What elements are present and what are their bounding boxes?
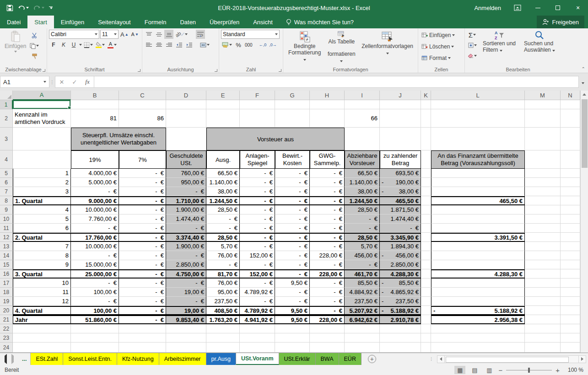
cell-E10[interactable]: - € <box>206 214 240 224</box>
cell-B24[interactable] <box>71 343 119 353</box>
cell-M16[interactable] <box>525 269 561 279</box>
cell-J5[interactable]: 693,50 € <box>380 169 421 178</box>
minimize-button[interactable] <box>528 0 548 16</box>
cell-J20[interactable]: -5.188,92 € <box>380 306 421 315</box>
cell-K20[interactable] <box>421 306 431 315</box>
zoom-level[interactable]: 100 % <box>563 367 583 373</box>
cell-E9[interactable]: 28,50 € <box>206 205 240 214</box>
cell-F2[interactable] <box>240 109 275 128</box>
row-header-6[interactable]: 6 <box>0 178 13 187</box>
tab-daten[interactable]: Daten <box>173 16 203 28</box>
row-header-14[interactable]: 14 <box>0 251 13 260</box>
formula-bar-expand-icon[interactable] <box>579 78 587 86</box>
cell-G4[interactable]: Bewirt.-Kosten <box>275 150 310 169</box>
zoom-out-icon[interactable]: − <box>498 367 502 374</box>
cell-D3[interactable] <box>166 128 206 150</box>
column-header-D[interactable]: D <box>166 91 206 100</box>
cell-A16[interactable]: 3. Quartal <box>13 269 71 279</box>
cell-C4[interactable]: 7% <box>119 150 166 169</box>
increase-font-icon[interactable]: A▲ <box>119 30 129 39</box>
insert-function-icon[interactable]: fx <box>81 78 94 86</box>
cell-K16[interactable] <box>421 269 431 279</box>
cell-C5[interactable]: - € <box>119 169 166 178</box>
cell-D24[interactable] <box>166 343 206 353</box>
row-header-16[interactable]: 16 <box>0 269 13 279</box>
cell-I1[interactable] <box>345 100 380 109</box>
cell-E7[interactable]: 38,00 € <box>206 187 240 196</box>
normal-view-icon[interactable]: ▦ <box>454 366 465 374</box>
column-header-F[interactable]: F <box>240 91 275 100</box>
cell-N10[interactable] <box>561 214 580 224</box>
cell-J6[interactable]: -190,00 € <box>380 178 421 187</box>
cell-E2[interactable] <box>206 109 240 128</box>
cell-J16[interactable]: 4.288,30 € <box>380 269 421 279</box>
vertical-scrollbar[interactable] <box>580 91 588 353</box>
cell-B12[interactable]: 17.760,00 € <box>71 233 119 242</box>
cell-M11[interactable] <box>525 224 561 233</box>
cell-N24[interactable] <box>561 343 580 353</box>
cell-C16[interactable]: - € <box>119 269 166 279</box>
cell-K18[interactable] <box>421 288 431 297</box>
cell-H11[interactable]: - € <box>310 224 345 233</box>
cell-L14[interactable] <box>431 251 525 260</box>
cell-K1[interactable] <box>421 100 431 109</box>
cell-K9[interactable] <box>421 205 431 214</box>
column-header-C[interactable]: C <box>119 91 166 100</box>
cell-H19[interactable]: - € <box>310 297 345 306</box>
cell-E14[interactable]: 76,00 € <box>206 251 240 260</box>
sheet-tab-BWA[interactable]: BWA <box>316 353 339 365</box>
cell-A17[interactable]: 10 <box>13 279 71 288</box>
cell-B15[interactable]: 15.000,00 € <box>71 260 119 269</box>
row-header-12[interactable]: 12 <box>0 233 13 242</box>
cell-D14[interactable]: - € <box>166 251 206 260</box>
cell-F16[interactable]: 152,00 € <box>240 269 275 279</box>
vertical-scroll-thumb[interactable] <box>582 99 588 168</box>
cell-N5[interactable] <box>561 169 580 178</box>
cell-C19[interactable]: - € <box>119 297 166 306</box>
cell-D18[interactable]: 19,00 € <box>166 288 206 297</box>
column-header-M[interactable]: M <box>525 91 561 100</box>
scroll-up-icon[interactable] <box>581 91 588 98</box>
sheet-nav-prev-icon[interactable] <box>5 356 7 362</box>
comma-style-button[interactable]: 000 <box>244 40 254 49</box>
cell-A15[interactable]: 9 <box>13 260 71 269</box>
cell-K8[interactable] <box>421 196 431 205</box>
cell-B20[interactable]: 100,00 € <box>71 306 119 315</box>
sheet-tab-pr.Ausg[interactable]: pr.Ausg <box>206 353 236 365</box>
cell-D13[interactable]: 1.900,00 € <box>166 242 206 251</box>
wrap-text-icon[interactable] <box>196 30 205 39</box>
cell-H7[interactable]: - € <box>310 187 345 196</box>
namebox-splitter[interactable]: ⋮ <box>49 80 55 85</box>
column-header-K[interactable]: K <box>421 91 431 100</box>
zoom-slider-thumb[interactable] <box>528 368 530 373</box>
cell-K4[interactable] <box>421 150 431 169</box>
cell-J2[interactable] <box>380 109 421 128</box>
align-right-icon[interactable] <box>164 40 173 49</box>
row-header-19[interactable]: 19 <box>0 297 13 306</box>
orientation-button[interactable]: ab⟋ <box>174 30 189 39</box>
cell-J8[interactable]: 465,50 € <box>380 196 421 205</box>
underline-button[interactable]: U <box>69 40 78 49</box>
zoom-slider[interactable] <box>506 370 552 370</box>
cell-J11[interactable]: - € <box>380 224 421 233</box>
cell-E8[interactable]: 1.244,50 € <box>206 196 240 205</box>
cell-J14[interactable]: -456,00 € <box>380 251 421 260</box>
align-middle-icon[interactable] <box>154 30 163 39</box>
cell-N14[interactable] <box>561 251 580 260</box>
cell-G15[interactable]: - € <box>275 260 310 269</box>
cell-N7[interactable] <box>561 187 580 196</box>
cell-B6[interactable]: 5.000,00 € <box>71 178 119 187</box>
cell-I3[interactable] <box>345 128 380 150</box>
cell-M23[interactable] <box>525 333 561 343</box>
formula-input[interactable] <box>94 76 579 88</box>
increase-indent-icon[interactable] <box>184 40 194 49</box>
close-button[interactable]: × <box>568 0 588 16</box>
delete-cells-button[interactable]: Löschen <box>420 42 456 52</box>
cell-L24[interactable] <box>431 343 525 353</box>
cell-K21[interactable] <box>421 315 431 324</box>
cell-N11[interactable] <box>561 224 580 233</box>
cell-G24[interactable] <box>275 343 310 353</box>
cell-J24[interactable] <box>380 343 421 353</box>
cell-F19[interactable]: - € <box>240 297 275 306</box>
cell-H10[interactable]: - € <box>310 214 345 224</box>
